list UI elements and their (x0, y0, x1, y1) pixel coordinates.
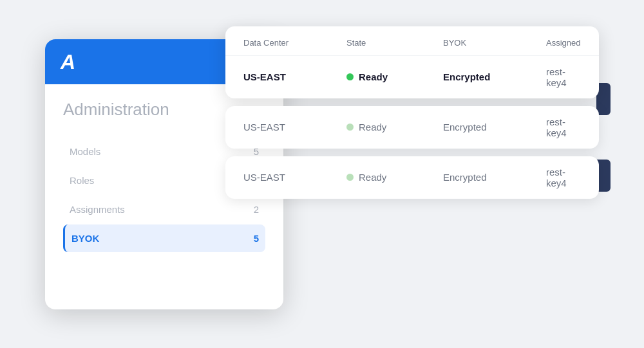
row1-assigned: rest-key4 (546, 116, 581, 138)
data-card-inner-3: US-EAST Ready Encrypted rest-key4 (225, 156, 599, 199)
row2-state-label: Ready (359, 172, 386, 183)
row0-state-label: Ready (359, 71, 388, 82)
table-header: Data Center State BYOK Assigned (225, 26, 599, 56)
row0-assigned: rest-key4 (546, 66, 581, 88)
assignments-count: 2 (254, 204, 259, 215)
state-dot-icon-2 (346, 124, 354, 131)
data-cards-container: Data Center State BYOK Assigned US-EAST … (225, 26, 599, 199)
row1-state: Ready (346, 122, 443, 133)
byok-label: BYOK (71, 233, 99, 244)
assignments-label: Assignments (70, 204, 125, 215)
models-label: Models (70, 146, 100, 157)
col-state: State (346, 38, 443, 48)
admin-logo: A (61, 51, 75, 72)
row2-datacenter: US-EAST (243, 172, 346, 183)
row0-state: Ready (346, 71, 443, 82)
state-dot-icon-3 (346, 174, 354, 181)
data-card-secondary-2: US-EAST Ready Encrypted rest-key4 (225, 156, 599, 199)
roles-label: Roles (70, 175, 94, 186)
row1-state-label: Ready (359, 122, 386, 133)
data-card-inner: Data Center State BYOK Assigned US-EAST … (225, 26, 599, 98)
row0-datacenter: US-EAST (243, 71, 346, 82)
state-dot-icon (346, 73, 354, 80)
data-card-inner-2: US-EAST Ready Encrypted rest-key4 (225, 106, 599, 149)
col-assigned: Assigned (546, 38, 581, 48)
table-row-3: US-EAST Ready Encrypted rest-key4 (225, 156, 599, 199)
table-row-2: US-EAST Ready Encrypted rest-key4 (225, 106, 599, 149)
data-card-primary: Data Center State BYOK Assigned US-EAST … (225, 26, 599, 98)
col-datacenter: Data Center (243, 38, 346, 48)
sidebar-item-byok[interactable]: BYOK 5 (63, 224, 265, 252)
scene: A Administration Models 5 Roles 1 Assign… (45, 26, 599, 322)
col-byok: BYOK (443, 38, 546, 48)
row2-byok: Encrypted (443, 172, 546, 183)
row1-byok: Encrypted (443, 122, 546, 133)
row2-state: Ready (346, 172, 443, 183)
data-card-secondary-1: US-EAST Ready Encrypted rest-key4 (225, 106, 599, 149)
row1-datacenter: US-EAST (243, 122, 346, 133)
table-row: US-EAST Ready Encrypted rest-key4 (225, 56, 599, 98)
sidebar-item-assignments[interactable]: Assignments 2 (63, 196, 265, 223)
row0-byok: Encrypted (443, 71, 546, 82)
byok-count: 5 (254, 233, 259, 244)
row2-assigned: rest-key4 (546, 167, 581, 188)
